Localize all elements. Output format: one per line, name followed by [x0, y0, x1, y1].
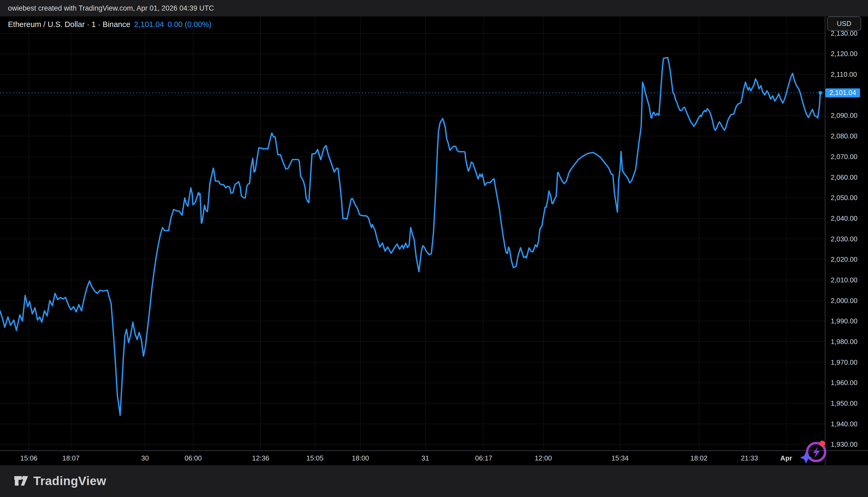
price-tick-label: 2,070.00 [831, 153, 857, 161]
price-tick-label: 2,030.00 [831, 235, 857, 243]
time-tick-label: 12:00 [535, 454, 552, 462]
time-tick-label: 18:07 [62, 454, 80, 462]
sparkle-star-icon [800, 452, 812, 464]
price-chart-canvas[interactable] [0, 16, 868, 451]
time-tick-label: 21:33 [741, 454, 758, 462]
symbol-change: 0.00 (0.00%) [168, 20, 211, 29]
price-tick-label: 2,050.00 [831, 194, 857, 202]
time-tick-label: 18:02 [690, 454, 707, 462]
price-axis[interactable]: USD 2,101.04 2,130.002,120.002,110.002,0… [825, 16, 868, 451]
attribution-bar: owiebest created with TradingView.com, A… [0, 0, 868, 16]
time-tick-label: 15:05 [306, 454, 323, 462]
time-tick-label: 18:00 [352, 454, 369, 462]
price-tick-label: 2,020.00 [831, 255, 857, 264]
time-tick-label: 30 [141, 454, 149, 462]
footer-bar: TradingView [0, 465, 868, 497]
attribution-text: owiebest created with TradingView.com, A… [8, 4, 214, 12]
time-tick-label: 06:00 [184, 454, 202, 462]
time-tick-label: 15:34 [611, 454, 628, 462]
price-tick-label: 1,990.00 [831, 317, 857, 325]
time-tick-label: 12:36 [252, 454, 269, 462]
time-tick-label: 06:17 [475, 454, 492, 462]
price-tick-label: 1,940.00 [831, 420, 857, 428]
symbol-header: Ethereum / U.S. Dollar · 1 · Binance 2,1… [8, 20, 212, 29]
tradingview-logo[interactable]: TradingView [14, 473, 106, 488]
price-tick-label: 1,930.00 [831, 440, 857, 449]
lightning-bolt-icon [813, 446, 820, 458]
price-tick-label: 2,010.00 [831, 276, 857, 284]
time-tick-label: Apr [780, 454, 792, 462]
price-tick-label: 1,960.00 [831, 379, 857, 387]
price-tick-label: 2,120.00 [831, 50, 857, 58]
tradingview-logo-icon [14, 473, 29, 488]
symbol-price: 2,101.04 [134, 20, 164, 29]
chart-area[interactable]: Ethereum / U.S. Dollar · 1 · Binance 2,1… [0, 16, 868, 451]
time-axis[interactable]: 15:0618:073006:0012:3615:0518:003106:171… [0, 451, 868, 465]
price-tick-label: 2,080.00 [831, 132, 857, 140]
price-tick-label: 2,110.00 [831, 70, 857, 79]
price-tick-label: 2,060.00 [831, 173, 857, 181]
price-tick-label: 2,040.00 [831, 214, 857, 222]
time-tick-label: 31 [422, 454, 429, 462]
time-tick-label: 15:06 [20, 454, 37, 462]
current-price-badge: 2,101.04 [825, 88, 860, 97]
price-tick-label: 2,130.00 [831, 29, 857, 37]
currency-toggle-button[interactable]: USD [827, 16, 861, 31]
symbol-title[interactable]: Ethereum / U.S. Dollar · 1 · Binance [8, 20, 130, 29]
price-tick-label: 1,970.00 [831, 358, 857, 366]
price-tick-label: 2,000.00 [831, 296, 857, 304]
price-tick-label: 1,980.00 [831, 338, 857, 346]
spark-red-dot [819, 441, 825, 446]
tradingview-wordmark: TradingView [33, 474, 106, 488]
spark-watermark-icon [800, 436, 829, 465]
price-tick-label: 1,950.00 [831, 399, 857, 408]
price-tick-label: 2,090.00 [831, 111, 857, 119]
